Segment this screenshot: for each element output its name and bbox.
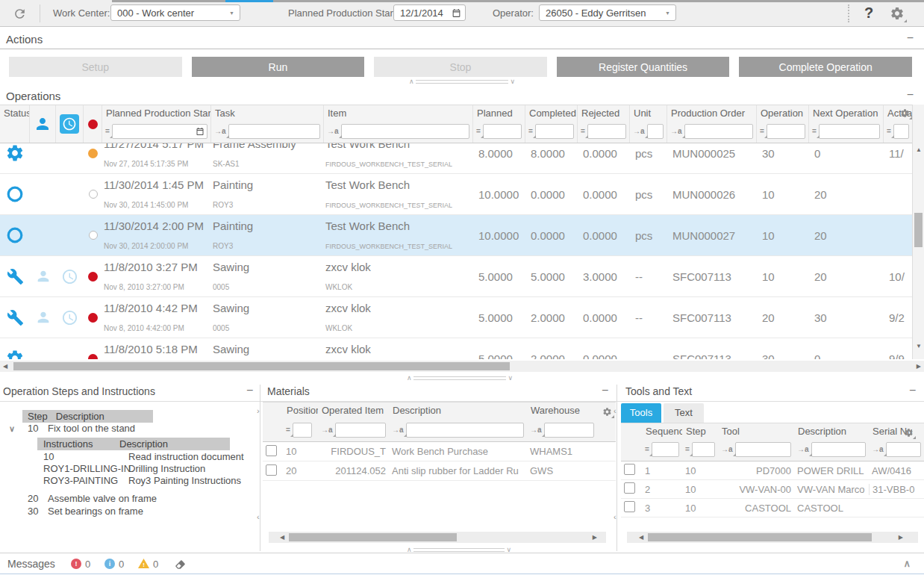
filter-equals-icon[interactable]: = — [812, 128, 817, 135]
scrollbar-thumb[interactable] — [13, 362, 510, 370]
operations-row-selected[interactable]: 11/30/2014 2:00 PMNov 30, 2014 2:00:00 P… — [0, 215, 912, 256]
filter-text-icon[interactable]: →a — [797, 446, 809, 453]
operations-splitter-handle[interactable]: ∧∨ — [407, 374, 513, 382]
minimize-icon[interactable]: − — [907, 33, 914, 43]
scroll-left-icon[interactable]: ◀ — [280, 534, 284, 541]
instruction-description[interactable]: Read instruction document — [128, 451, 244, 463]
row-checkbox[interactable] — [266, 464, 277, 476]
column-operated-item[interactable]: Operated Item →a — [318, 402, 389, 441]
tree-expand-icon[interactable]: ∨ — [9, 423, 15, 435]
instruction-description[interactable]: Roy3 Painting Instructions — [128, 475, 241, 487]
column-planned[interactable]: Planned = — [473, 105, 525, 143]
scrollbar-thumb[interactable] — [289, 533, 457, 541]
column-step[interactable]: Step = — [682, 423, 718, 461]
column-planned-start[interactable]: Planned Production Start = — [102, 105, 211, 143]
collapse-left-icon[interactable]: ‹ — [614, 512, 616, 521]
column-warehouse[interactable]: Warehouse →a — [527, 402, 597, 441]
tool-filter-input[interactable] — [735, 442, 791, 457]
setup-button[interactable]: Setup — [9, 57, 182, 77]
planned-start-date-input[interactable]: 12/1/2014 — [393, 4, 466, 21]
scroll-down-icon[interactable]: ▼ — [916, 343, 922, 350]
operations-row[interactable]: 11/8/2010 3:27 PMNov 8, 2010 3:27:00 PM … — [0, 256, 912, 297]
step-number[interactable]: 30 — [28, 506, 38, 518]
work-center-select[interactable]: 000 - Work center ▼ — [110, 4, 240, 21]
column-task[interactable]: Task →a — [211, 105, 324, 143]
operations-row[interactable]: 11/8/2010 4:42 PMNov 8, 2010 4:42:00 PM … — [0, 297, 912, 338]
tools-row[interactable]: 1 10 PD7000 POWER DRILL AW/0416 — [621, 461, 924, 480]
tools-horizontal-scrollbar[interactable]: ◀ ▶ — [627, 532, 918, 543]
sequence-filter-input[interactable] — [652, 442, 679, 457]
operations-row[interactable]: 11/27/2014 5:17 PMNov 27, 2014 5:17:35 P… — [0, 143, 912, 174]
column-item[interactable]: Item →a — [324, 105, 473, 143]
materials-horizontal-scrollbar[interactable]: ◀ ▶ — [269, 532, 606, 543]
minimize-icon[interactable]: − — [909, 385, 916, 396]
materials-row[interactable]: 20 201124.052 Anti slip rubber for Ladde… — [263, 461, 616, 481]
column-operation[interactable]: Operation = — [757, 105, 809, 143]
instruction-description[interactable]: Drilling Instruction — [128, 463, 205, 475]
instruction-id[interactable]: ROY1-DRILLING-IN — [43, 463, 131, 475]
filter-equals-icon[interactable]: = — [581, 128, 585, 135]
tools-row[interactable]: 3 10 CASTOOL CASTOOL — [621, 499, 924, 518]
filter-equals-icon[interactable]: = — [528, 128, 533, 135]
step-description[interactable]: Fix tool on the stand — [48, 423, 135, 435]
collapse-right-icon[interactable]: › — [257, 406, 260, 415]
panel-vertical-divider[interactable] — [616, 385, 617, 551]
column-priority-icon[interactable] — [84, 105, 102, 143]
collapse-left-icon[interactable]: ‹ — [257, 512, 260, 521]
tab-tools[interactable]: Tools — [621, 403, 661, 423]
register-quantities-button[interactable]: Register Quantities — [557, 57, 730, 77]
filter-text-icon[interactable]: →a — [670, 128, 682, 135]
operation-filter-input[interactable] — [767, 124, 805, 139]
tab-text[interactable]: Text — [664, 403, 704, 423]
instruction-id[interactable]: 10 — [43, 451, 54, 463]
operations-row[interactable]: 11/30/2014 1:45 PMNov 30, 2014 1:45:00 P… — [0, 174, 912, 215]
operator-select[interactable]: 26050 - Eddy Gerritsen ▼ — [539, 4, 676, 21]
next-operation-filter-input[interactable] — [819, 124, 880, 139]
scroll-up-icon[interactable]: ▲ — [916, 146, 922, 154]
column-description[interactable]: Description →a — [794, 423, 869, 461]
filter-equals-icon[interactable]: = — [760, 128, 764, 135]
instruction-id[interactable]: ROY3-PAINTING — [43, 475, 118, 487]
step-filter-input[interactable] — [692, 442, 715, 457]
task-filter-input[interactable] — [228, 124, 320, 139]
row-checkbox[interactable] — [266, 445, 277, 456]
settings-gear-icon[interactable] — [890, 6, 905, 21]
rejected-filter-input[interactable] — [587, 124, 626, 139]
column-unit[interactable]: Unit →a — [630, 105, 667, 143]
run-button[interactable]: Run — [192, 57, 365, 77]
scrollbar-thumb[interactable] — [648, 533, 872, 541]
position-filter-input[interactable] — [293, 423, 312, 438]
stop-button[interactable]: Stop — [374, 57, 547, 77]
serial-filter-input[interactable] — [886, 442, 921, 457]
step-number[interactable]: 10 — [28, 423, 38, 435]
item-filter-input[interactable] — [341, 124, 469, 139]
filter-text-icon[interactable]: →a — [872, 446, 884, 453]
actual-filter-input[interactable] — [893, 124, 909, 139]
tool-description-filter-input[interactable] — [811, 442, 866, 457]
step-description[interactable]: Set bearings on frame — [48, 506, 143, 518]
filter-equals-icon[interactable]: = — [887, 128, 891, 135]
clear-messages-eraser-icon[interactable] — [175, 559, 186, 570]
row-checkbox[interactable] — [624, 482, 635, 494]
column-settings-gear-icon[interactable] — [602, 407, 612, 417]
column-position[interactable]: Position = — [283, 402, 318, 441]
minimize-icon[interactable]: − — [907, 90, 914, 100]
step-number[interactable]: 20 — [28, 493, 38, 505]
operations-vertical-scrollbar[interactable]: ▲ ▼ — [912, 105, 924, 359]
column-rejected[interactable]: Rejected = — [578, 105, 630, 143]
filter-text-icon[interactable]: →a — [321, 426, 333, 434]
filter-text-icon[interactable]: →a — [214, 128, 226, 135]
step-description[interactable]: Assemble valve on frame — [48, 493, 157, 505]
filter-equals-icon[interactable]: = — [286, 426, 290, 434]
column-sequence[interactable]: Sequence = — [642, 423, 682, 461]
description-filter-input[interactable] — [406, 423, 524, 438]
refresh-icon[interactable] — [13, 7, 27, 21]
filter-equals-icon[interactable]: = — [476, 128, 481, 135]
minimize-icon[interactable]: − — [602, 385, 608, 396]
column-tool[interactable]: Tool →a — [718, 423, 794, 461]
column-actual[interactable]: Actual = — [884, 105, 912, 143]
scroll-right-icon[interactable]: ▶ — [593, 534, 597, 541]
column-operator-icon[interactable] — [30, 105, 56, 143]
scroll-left-icon[interactable]: ◀ — [3, 363, 7, 370]
materials-row[interactable]: 10 FIRDOUS_T Work Bench Purchase WHAMS1 — [263, 442, 616, 461]
